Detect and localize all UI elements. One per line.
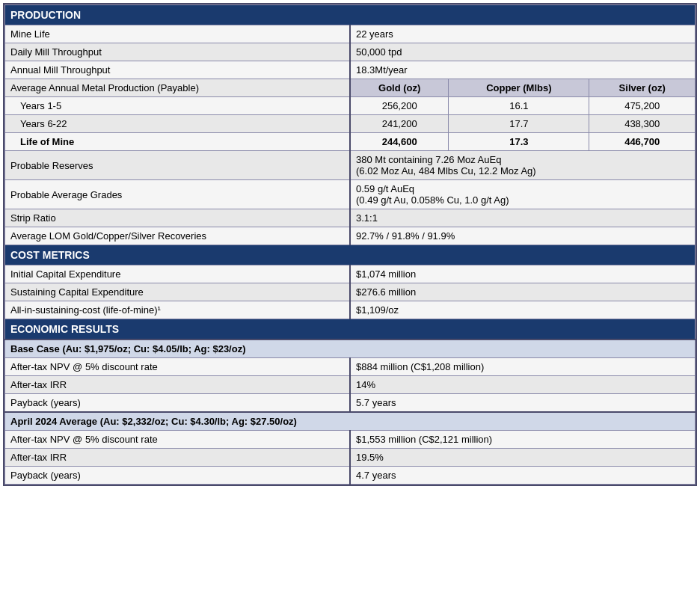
april-npv-value: $1,553 million (C$2,121 million) (350, 431, 696, 449)
annual-mill-row: Annual Mill Throughput 18.3Mt/year (5, 61, 696, 79)
economic-results-section-header: ECONOMIC RESULTS (5, 319, 696, 340)
april-npv-row: After-tax NPV @ 5% discount rate $1,553 … (5, 431, 696, 449)
daily-mill-value: 50,000 tpd (350, 43, 696, 61)
april-irr-row: After-tax IRR 19.5% (5, 449, 696, 467)
years-6-22-silver: 438,300 (589, 115, 696, 133)
april-npv-label: After-tax NPV @ 5% discount rate (5, 431, 351, 449)
years-1-5-label: Years 1-5 (5, 97, 351, 115)
sustaining-capital-row: Sustaining Capital Expenditure $276.6 mi… (5, 283, 696, 301)
april-case-label: April 2024 Average (Au: $2,332/oz; Cu: $… (5, 412, 696, 431)
base-case-label: Base Case (Au: $1,975/oz; Cu: $4.05/lb; … (5, 339, 696, 358)
base-irr-row: After-tax IRR 14% (5, 376, 696, 394)
april-payback-value: 4.7 years (350, 467, 696, 485)
cost-metrics-section-header: COST METRICS (5, 245, 696, 265)
daily-mill-label: Daily Mill Throughput (5, 43, 351, 61)
april-irr-value: 19.5% (350, 449, 696, 467)
recoveries-row: Average LOM Gold/Copper/Silver Recoverie… (5, 227, 696, 245)
recoveries-label: Average LOM Gold/Copper/Silver Recoverie… (5, 227, 351, 245)
initial-capital-label: Initial Capital Expenditure (5, 265, 351, 283)
base-payback-value: 5.7 years (350, 394, 696, 413)
aisc-label: All-in-sustaining-cost (life-of-mine)¹ (5, 301, 351, 319)
april-case-header-row: April 2024 Average (Au: $2,332/oz; Cu: $… (5, 412, 696, 431)
production-header-row: PRODUCTION (5, 5, 696, 25)
silver-col-header: Silver (oz) (589, 79, 696, 97)
base-payback-label: Payback (years) (5, 394, 351, 413)
strip-ratio-label: Strip Ratio (5, 209, 351, 227)
mine-life-row: Mine Life 22 years (5, 25, 696, 43)
april-irr-label: After-tax IRR (5, 449, 351, 467)
probable-grades-value: 0.59 g/t AuEq (0.49 g/t Au, 0.058% Cu, 1… (350, 180, 696, 209)
mine-life-label: Mine Life (5, 25, 351, 43)
strip-ratio-value: 3.1:1 (350, 209, 696, 227)
years-6-22-gold: 241,200 (350, 115, 449, 133)
grades-line2: (0.49 g/t Au, 0.058% Cu, 1.0 g/t Ag) (356, 194, 690, 206)
base-npv-row: After-tax NPV @ 5% discount rate $884 mi… (5, 358, 696, 376)
aisc-value: $1,109/oz (350, 301, 696, 319)
probable-reserves-label: Probable Reserves (5, 151, 351, 180)
life-of-mine-gold: 244,600 (350, 133, 449, 151)
sustaining-capital-label: Sustaining Capital Expenditure (5, 283, 351, 301)
strip-ratio-row: Strip Ratio 3.1:1 (5, 209, 696, 227)
life-of-mine-copper: 17.3 (449, 133, 589, 151)
cost-metrics-header-row: COST METRICS (5, 245, 696, 265)
reserves-line2: (6.02 Moz Au, 484 Mlbs Cu, 12.2 Moz Ag) (356, 165, 690, 176)
years-6-22-label: Years 6-22 (5, 115, 351, 133)
economic-results-header-row: ECONOMIC RESULTS (5, 319, 696, 340)
initial-capital-value: $1,074 million (350, 265, 696, 283)
probable-grades-row: Probable Average Grades 0.59 g/t AuEq (0… (5, 180, 696, 209)
april-payback-row: Payback (years) 4.7 years (5, 467, 696, 485)
probable-reserves-row: Probable Reserves 380 Mt containing 7.26… (5, 151, 696, 180)
reserves-line1: 380 Mt containing 7.26 Moz AuEq (356, 154, 690, 165)
years-6-22-copper: 17.7 (449, 115, 589, 133)
years-1-5-silver: 475,200 (589, 97, 696, 115)
base-payback-row: Payback (years) 5.7 years (5, 394, 696, 413)
metal-production-header-row: Average Annual Metal Production (Payable… (5, 79, 696, 97)
annual-mill-label: Annual Mill Throughput (5, 61, 351, 79)
probable-reserves-value: 380 Mt containing 7.26 Moz AuEq (6.02 Mo… (350, 151, 696, 180)
years-1-5-copper: 16.1 (449, 97, 589, 115)
production-section-header: PRODUCTION (5, 5, 696, 25)
life-of-mine-silver: 446,700 (589, 133, 696, 151)
gold-col-header: Gold (oz) (350, 79, 449, 97)
sustaining-capital-value: $276.6 million (350, 283, 696, 301)
years-1-5-gold: 256,200 (350, 97, 449, 115)
base-npv-value: $884 million (C$1,208 million) (350, 358, 696, 376)
copper-col-header: Copper (Mlbs) (449, 79, 589, 97)
years-1-5-row: Years 1-5 256,200 16.1 475,200 (5, 97, 696, 115)
recoveries-value: 92.7% / 91.8% / 91.9% (350, 227, 696, 245)
mine-life-value: 22 years (350, 25, 696, 43)
daily-mill-row: Daily Mill Throughput 50,000 tpd (5, 43, 696, 61)
initial-capital-row: Initial Capital Expenditure $1,074 milli… (5, 265, 696, 283)
grades-line1: 0.59 g/t AuEq (356, 183, 690, 194)
life-of-mine-row: Life of Mine 244,600 17.3 446,700 (5, 133, 696, 151)
life-of-mine-label: Life of Mine (5, 133, 351, 151)
base-npv-label: After-tax NPV @ 5% discount rate (5, 358, 351, 376)
base-case-header-row: Base Case (Au: $1,975/oz; Cu: $4.05/lb; … (5, 339, 696, 358)
base-irr-value: 14% (350, 376, 696, 394)
april-payback-label: Payback (years) (5, 467, 351, 485)
years-6-22-row: Years 6-22 241,200 17.7 438,300 (5, 115, 696, 133)
metal-production-label: Average Annual Metal Production (Payable… (5, 79, 351, 97)
probable-grades-label: Probable Average Grades (5, 180, 351, 209)
base-irr-label: After-tax IRR (5, 376, 351, 394)
aisc-row: All-in-sustaining-cost (life-of-mine)¹ $… (5, 301, 696, 319)
main-container: PRODUCTION Mine Life 22 years Daily Mill… (3, 3, 697, 486)
annual-mill-value: 18.3Mt/year (350, 61, 696, 79)
